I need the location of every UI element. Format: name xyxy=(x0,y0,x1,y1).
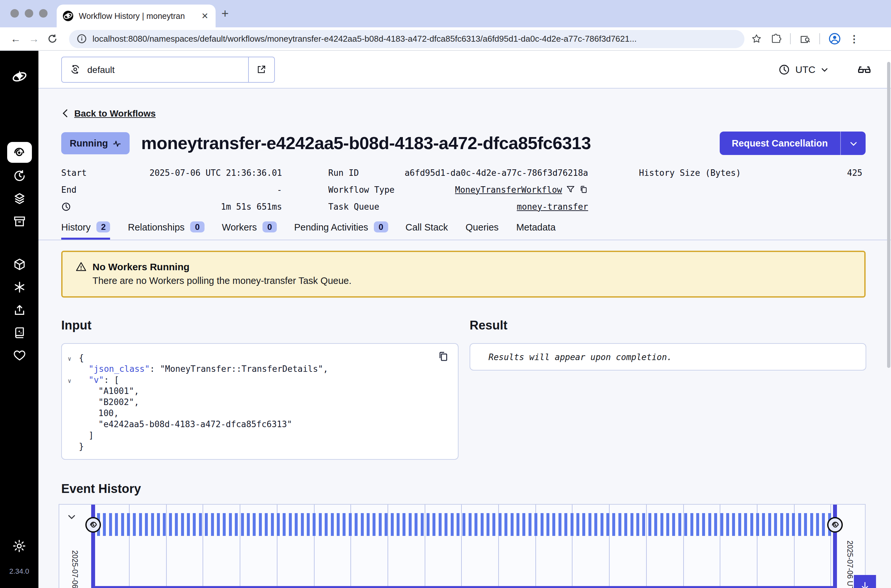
browser-tab[interactable]: Workflow History | moneytran ✕ xyxy=(57,4,216,27)
new-tab-button[interactable]: + xyxy=(222,6,229,21)
warning-icon xyxy=(75,261,87,272)
result-placeholder: Results will appear upon completion. xyxy=(489,352,672,362)
minimize-window-button[interactable] xyxy=(25,9,33,18)
workflow-type-link[interactable]: MoneyTransferWorkflow xyxy=(455,184,562,194)
workflow-page: Back to Workflows Running moneytransfer-… xyxy=(38,88,891,588)
page-info-icon[interactable] xyxy=(77,34,87,44)
sidebar-item-import[interactable] xyxy=(13,303,26,316)
sidebar-item-workflows[interactable] xyxy=(7,142,32,163)
workflow-title: moneytransfer-e4242aa5-b08d-4183-a472-df… xyxy=(141,133,720,153)
tab-call-stack[interactable]: Call Stack xyxy=(405,222,448,240)
reload-icon[interactable] xyxy=(43,34,61,44)
toolbar-actions: ⋮ xyxy=(751,33,859,45)
task-queue-link[interactable]: money-transfer xyxy=(517,201,588,211)
json-line: 100, xyxy=(62,408,449,419)
json-line: "json_class": "MoneyTransfer::TransferDe… xyxy=(62,363,449,374)
status-badge[interactable]: Running xyxy=(61,132,130,154)
copy-input-icon[interactable] xyxy=(438,351,449,362)
history-size-label: History Size (Bytes) xyxy=(639,168,741,177)
timeline-axis-bar xyxy=(91,586,837,588)
tab-count-badge: 0 xyxy=(190,221,204,232)
cancel-menu-caret[interactable] xyxy=(840,132,866,155)
tab-close-icon[interactable]: ✕ xyxy=(200,11,210,21)
timeline-end-timestamp: 2025-07-06 UTC 2 xyxy=(846,540,854,588)
tab-label: Workers xyxy=(222,222,256,232)
close-window-button[interactable] xyxy=(10,9,19,18)
back-icon[interactable]: ← xyxy=(6,33,25,45)
sidebar-item-nexus[interactable] xyxy=(13,280,26,294)
namespace-select[interactable]: default xyxy=(61,56,249,82)
workflow-type-label: Workflow Type xyxy=(328,184,395,194)
collapse-caret-icon[interactable]: ∨ xyxy=(68,354,71,364)
sidebar-item-docs[interactable] xyxy=(13,326,26,339)
start-label: Start xyxy=(61,168,87,177)
collapse-caret-icon[interactable] xyxy=(67,513,76,522)
app-sidebar: 2.34.0 xyxy=(0,51,38,588)
timezone-select[interactable]: UTC xyxy=(778,63,828,75)
json-line: ] xyxy=(62,430,449,441)
maximize-window-button[interactable] xyxy=(39,9,48,18)
chevron-left-icon xyxy=(61,109,69,118)
url-text[interactable]: localhost:8080/namespaces/default/workfl… xyxy=(93,34,637,44)
tab-workers[interactable]: Workers0 xyxy=(222,221,276,240)
tab-label: Pending Activities xyxy=(294,222,368,232)
window-controls[interactable] xyxy=(10,9,48,18)
browser-tab-strip: Workflow History | moneytran ✕ + xyxy=(0,0,891,27)
tab-metadata[interactable]: Metadata xyxy=(516,222,556,240)
request-cancellation-label: Request Cancellation xyxy=(719,132,840,155)
workflow-details: Start2025-07-06 UTC 21:36:36.01 End- 1m … xyxy=(38,164,891,214)
sidebar-item-feedback[interactable] xyxy=(13,349,26,362)
collapse-caret-icon[interactable]: ∨ xyxy=(68,376,71,387)
tab-relationships[interactable]: Relationships0 xyxy=(128,221,204,240)
input-heading: Input xyxy=(61,318,459,333)
duration-value: 1m 51s 651ms xyxy=(221,201,282,211)
sidebar-item-schedules[interactable] xyxy=(13,169,26,182)
address-bar[interactable]: localhost:8080/namespaces/default/workfl… xyxy=(69,30,744,48)
sidebar-item-deployments[interactable] xyxy=(13,192,26,205)
run-id-value: a6fd95d1-da0c-4d2e-a77c-786f3d76218a xyxy=(405,168,588,177)
namespace-open-button[interactable] xyxy=(249,56,275,82)
chevron-down-icon xyxy=(820,66,828,73)
back-to-workflows-link[interactable]: Back to Workflows xyxy=(74,108,156,118)
namespace-topbar: default UTC xyxy=(38,51,891,88)
scroll-to-bottom-button[interactable] xyxy=(854,575,876,588)
request-cancellation-button[interactable]: Request Cancellation xyxy=(719,132,866,155)
copy-icon[interactable] xyxy=(579,185,588,194)
profile-avatar-icon[interactable] xyxy=(828,33,841,45)
sidebar-item-namespaces[interactable] xyxy=(13,258,26,271)
json-line: } xyxy=(62,441,449,452)
workflow-tabs: History2Relationships0Workers0Pending Ac… xyxy=(38,221,891,240)
timeline-start-timestamp: 2025-07-06 UTC 2 xyxy=(71,550,79,588)
browser-menu-icon[interactable]: ⋮ xyxy=(849,33,859,45)
sidebar-item-archive[interactable] xyxy=(13,215,26,228)
warning-message: There are no Workers polling the money-t… xyxy=(93,276,851,286)
tab-pending-activities[interactable]: Pending Activities0 xyxy=(294,221,388,240)
tab-label: Relationships xyxy=(128,222,184,232)
tab-queries[interactable]: Queries xyxy=(466,222,499,240)
forward-icon[interactable]: → xyxy=(25,33,43,45)
latest-event-icon[interactable] xyxy=(827,517,843,532)
json-line: ∨"v": [ xyxy=(62,374,449,386)
labs-glasses-icon[interactable] xyxy=(857,62,872,76)
input-json-card: ∨{"json_class": "MoneyTransfer::Transfer… xyxy=(61,343,459,460)
filter-icon[interactable] xyxy=(566,185,575,194)
tab-title: Workflow History | moneytran xyxy=(79,11,195,21)
bookmark-star-icon[interactable] xyxy=(751,33,762,44)
side-panel-search-icon[interactable] xyxy=(799,33,811,45)
tab-history[interactable]: History2 xyxy=(61,221,110,240)
toolbar-divider xyxy=(790,33,791,44)
event-history-chart[interactable]: 2025-07-06 UTC 2 2025-07-06 UTC 2 5s11s1… xyxy=(58,504,866,588)
theme-toggle-icon[interactable] xyxy=(12,539,26,553)
page-scrollbar[interactable] xyxy=(887,62,890,368)
end-value: - xyxy=(277,184,282,194)
duration-clock-icon xyxy=(61,201,71,211)
toolbar-divider xyxy=(819,33,820,44)
workflow-start-event-icon[interactable] xyxy=(86,517,101,532)
json-line: "A1001", xyxy=(62,386,449,396)
json-line: "e4242aa5-b08d-4183-a472-dfca85fc6313" xyxy=(62,419,449,430)
extensions-icon[interactable] xyxy=(771,33,782,44)
timezone-label: UTC xyxy=(795,64,816,75)
tab-label: History xyxy=(61,222,90,232)
temporal-logo-icon[interactable] xyxy=(11,68,28,85)
run-id-label: Run ID xyxy=(328,168,359,177)
